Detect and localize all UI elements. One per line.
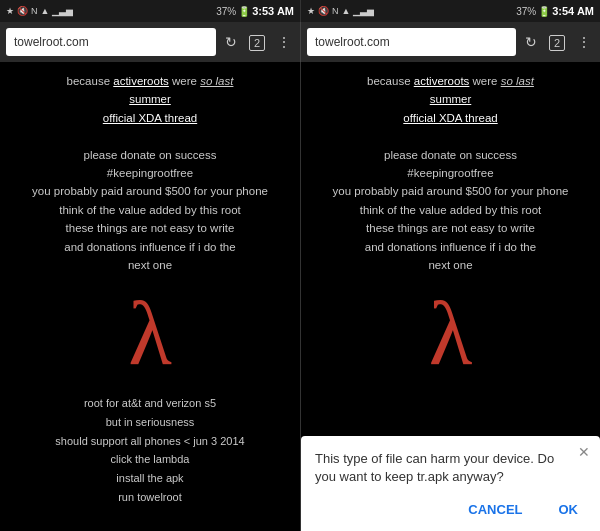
time-left: 3:53 AM [252, 5, 294, 17]
bluetooth-icon: ★ [6, 6, 14, 16]
battery-icon-right: 🔋 [538, 6, 550, 17]
tabs-btn-left[interactable]: 2 [246, 32, 268, 52]
line-donate-left: please donate on success [6, 146, 294, 164]
status-bar-left: ★ 🔇 N ▲ ▁▃▅ 37% 🔋 3:53 AM [0, 0, 300, 22]
address-bars: towelroot.com ↻ 2 ⋮ towelroot.com ↻ 2 ⋮ [0, 22, 600, 62]
line-think-left: think of the value added by this root [6, 201, 294, 219]
line-next-right: next one [307, 256, 594, 274]
battery-percent-left: 37% [216, 6, 236, 17]
url-box-right[interactable]: towelroot.com [307, 28, 516, 56]
dialog-cancel-btn[interactable]: Cancel [460, 498, 530, 521]
reload-btn-right[interactable]: ↻ [522, 32, 540, 52]
status-icons-left: ★ 🔇 N ▲ ▁▃▅ [6, 6, 73, 16]
solast-text-left: so last [200, 75, 233, 87]
dialog-close-btn[interactable]: ✕ [578, 444, 590, 460]
lambda-symbol-right[interactable]: λ [429, 289, 473, 379]
line-donations-left: and donations influence if i do the [6, 238, 294, 256]
battery-icon-left: 🔋 [238, 6, 250, 17]
wifi-icon: ▲ [41, 6, 50, 16]
line-paid-left: you probably paid around $500 for your p… [6, 182, 294, 200]
status-bars: ★ 🔇 N ▲ ▁▃▅ 37% 🔋 3:53 AM ★ 🔇 N ▲ ▁▃▅ 37… [0, 0, 600, 22]
line-donations-right: and donations influence if i do the [307, 238, 594, 256]
activeroots-link-right[interactable]: activeroots [414, 75, 470, 87]
line-things-left: these things are not easy to write [6, 219, 294, 237]
activeroots-link-left[interactable]: activeroots [113, 75, 169, 87]
panel-left: because activeroots were so last summer … [0, 62, 300, 531]
page-text-right: because activeroots were so last summer … [307, 72, 594, 274]
tab-count-right: 2 [549, 35, 565, 51]
status-bar-right: ★ 🔇 N ▲ ▁▃▅ 37% 🔋 3:54 AM [300, 0, 600, 22]
volume-icon: 🔇 [17, 6, 28, 16]
status-icons-right: ★ 🔇 N ▲ ▁▃▅ [307, 6, 374, 16]
url-text-right: towelroot.com [315, 35, 390, 49]
bottom-line5-left: install the apk [55, 469, 244, 488]
time-right: 3:54 AM [552, 5, 594, 17]
nfc-icon-r: N [332, 6, 339, 16]
status-right-left: 37% 🔋 3:53 AM [216, 5, 294, 17]
signal-icon: ▁▃▅ [52, 6, 73, 16]
lambda-symbol-left[interactable]: λ [128, 289, 172, 379]
line-things-right: these things are not easy to write [307, 219, 594, 237]
bottom-text-left: root for at&t and verizon s5 but in seri… [55, 394, 244, 506]
line-summer-left: summer [6, 90, 294, 108]
bottom-line6-left: run towelroot [55, 488, 244, 507]
dialog-actions: Cancel OK [315, 498, 586, 521]
line-donate-right: please donate on success [307, 146, 594, 164]
battery-percent-right: 37% [516, 6, 536, 17]
page-text-left: because activeroots were so last summer … [6, 72, 294, 274]
wifi-icon-r: ▲ [342, 6, 351, 16]
nfc-icon: N [31, 6, 38, 16]
line-xda-right: official XDA thread [307, 109, 594, 127]
panel-right: because activeroots were so last summer … [300, 62, 600, 531]
line-keepingroot-right: #keepingrootfree [307, 164, 594, 182]
line-because-left: because activeroots were so last [6, 72, 294, 90]
dialog-ok-btn[interactable]: OK [551, 498, 587, 521]
main-panels: because activeroots were so last summer … [0, 62, 600, 531]
line-paid-right: you probably paid around $500 for your p… [307, 182, 594, 200]
lambda-container-right[interactable]: λ [429, 289, 473, 379]
menu-btn-left[interactable]: ⋮ [274, 32, 294, 52]
dialog-message: This type of file can harm your device. … [315, 450, 586, 486]
bottom-line3-left: should support all phones < jun 3 2014 [55, 432, 244, 451]
reload-btn-left[interactable]: ↻ [222, 32, 240, 52]
url-text-left: towelroot.com [14, 35, 89, 49]
lambda-container-left[interactable]: λ [128, 289, 172, 379]
bottom-line1-left: root for at&t and verizon s5 [55, 394, 244, 413]
address-bar-left: towelroot.com ↻ 2 ⋮ [0, 22, 300, 62]
volume-icon-r: 🔇 [318, 6, 329, 16]
bottom-line4-left: click the lambda [55, 450, 244, 469]
summer-link-right[interactable]: summer [430, 93, 472, 105]
line-summer-right: summer [307, 90, 594, 108]
xda-link-left[interactable]: official XDA thread [103, 112, 197, 124]
xda-link-right[interactable]: official XDA thread [403, 112, 497, 124]
bluetooth-icon-r: ★ [307, 6, 315, 16]
address-bar-right: towelroot.com ↻ 2 ⋮ [300, 22, 600, 62]
line-think-right: think of the value added by this root [307, 201, 594, 219]
menu-btn-right[interactable]: ⋮ [574, 32, 594, 52]
url-box-left[interactable]: towelroot.com [6, 28, 216, 56]
line-xda-left: official XDA thread [6, 109, 294, 127]
status-right-right: 37% 🔋 3:54 AM [516, 5, 594, 17]
tab-count-left: 2 [249, 35, 265, 51]
line-next-left: next one [6, 256, 294, 274]
line-because-right: because activeroots were so last [307, 72, 594, 90]
download-dialog: ✕ This type of file can harm your device… [301, 436, 600, 531]
signal-icon-r: ▁▃▅ [353, 6, 374, 16]
line-keepingroot-left: #keepingrootfree [6, 164, 294, 182]
summer-link-left[interactable]: summer [129, 93, 171, 105]
solast-text-right: so last [501, 75, 534, 87]
tabs-btn-right[interactable]: 2 [546, 32, 568, 52]
bottom-line2-left: but in seriousness [55, 413, 244, 432]
